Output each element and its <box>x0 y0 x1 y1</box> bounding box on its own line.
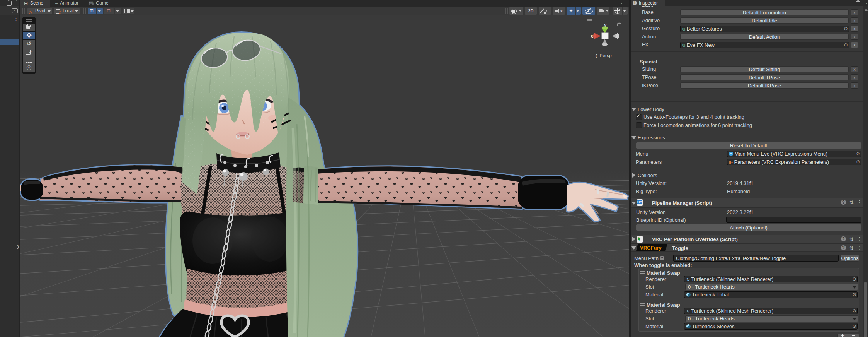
svg-text:x: x <box>591 33 593 39</box>
